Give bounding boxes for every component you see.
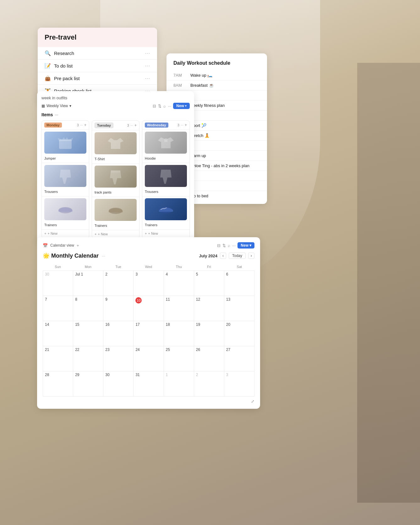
- cal-cell-w3-d3[interactable]: 24: [134, 346, 164, 371]
- calendar-prev-button[interactable]: ‹: [220, 253, 226, 259]
- calendar-card: 📅 Calendar view + ⊟ ⇅ ⌕ ··· New ▾ 🌟 Mont…: [37, 237, 260, 409]
- tuesday-add-plus: +: [95, 232, 96, 236]
- pretravel-item-todolist[interactable]: 📝 To do list ···: [38, 60, 157, 72]
- date-5: 5: [196, 272, 222, 276]
- tuesday-count: 3: [127, 123, 129, 127]
- cal-cell-w2-d0[interactable]: 14: [43, 321, 73, 346]
- cal-cell-w1-d0[interactable]: 7: [43, 296, 73, 321]
- search-icon[interactable]: ⌕: [163, 104, 166, 108]
- cal-cell-w4-d1[interactable]: 29: [73, 371, 103, 396]
- tuesday-add-label: + New: [98, 232, 108, 236]
- date-14: 14: [45, 322, 71, 327]
- prepacklist-icon: 👜: [45, 75, 51, 81]
- monday-add-icon[interactable]: +: [84, 123, 86, 127]
- cal-cell-w4-d0[interactable]: 28: [43, 371, 73, 396]
- prepacklist-dots[interactable]: ···: [145, 76, 150, 81]
- calendar-view-icon: 📅: [43, 243, 48, 248]
- date-30: 30: [105, 373, 131, 377]
- items-dots: ···: [55, 112, 58, 117]
- cal-cell-w0-d2[interactable]: 2: [103, 271, 134, 296]
- date-7: 7: [45, 297, 71, 302]
- outfits-toolbar: ▦ Weekly View ▾ ⊟ ⇅ ⌕ ··· New ▾: [41, 103, 190, 109]
- calendar-view-label[interactable]: Calendar view: [50, 243, 74, 248]
- tuesday-add-btn[interactable]: + + New: [92, 230, 139, 238]
- cal-cell-w0-d4[interactable]: 4: [164, 271, 194, 296]
- wednesday-dots[interactable]: ···: [181, 123, 183, 127]
- cal-cell-w2-d2[interactable]: 16: [103, 321, 134, 346]
- cal-cell-w0-d6[interactable]: 6: [224, 271, 254, 296]
- cal-cell-w2-d4[interactable]: 18: [164, 321, 194, 346]
- cal-cell-w0-d1[interactable]: Jul 1: [73, 271, 103, 296]
- cal-cell-w4-d5[interactable]: 2: [194, 371, 224, 396]
- date-11: 11: [166, 297, 192, 302]
- sort-icon[interactable]: ⇅: [158, 104, 161, 108]
- calendar-add-view-button[interactable]: +: [77, 243, 79, 248]
- cal-cell-w1-d3[interactable]: 10: [134, 296, 164, 321]
- research-icon: 🔍: [45, 50, 51, 56]
- new-button[interactable]: New ▾: [173, 103, 190, 109]
- hoodie-label: Hoodie: [145, 156, 156, 160]
- cal-cell-w1-d6[interactable]: 13: [224, 296, 254, 321]
- tuesday-add-icon[interactable]: +: [134, 123, 137, 128]
- date-9: 9: [105, 297, 131, 302]
- date-19: 19: [196, 322, 222, 327]
- cal-cell-w3-d0[interactable]: 21: [43, 346, 73, 371]
- weekly-view-button[interactable]: ▦ Weekly View ▾: [41, 104, 71, 108]
- cal-cell-w1-d2[interactable]: 9: [103, 296, 134, 321]
- time-7am: 7AM: [173, 73, 185, 78]
- cal-cell-w4-d4[interactable]: 1: [164, 371, 194, 396]
- cal-cell-w3-d4[interactable]: 25: [164, 346, 194, 371]
- cal-sort-icon[interactable]: ⇅: [222, 243, 226, 248]
- trainers-wednesday-label: Trainers: [145, 223, 157, 227]
- wednesday-add-icon[interactable]: +: [185, 123, 187, 127]
- cal-cell-w4-d6[interactable]: 3: [224, 371, 254, 396]
- trousers-wednesday-image: [145, 165, 187, 187]
- trainers-monday-image: [44, 198, 86, 220]
- calendar-new-button[interactable]: New ▾: [237, 242, 254, 249]
- cal-cell-w0-d5[interactable]: 5: [194, 271, 224, 296]
- cal-cell-w4-d3[interactable]: 31: [134, 371, 164, 396]
- trackpants-label: track pants: [95, 190, 112, 194]
- cal-filter-icon[interactable]: ⊟: [217, 243, 221, 248]
- cal-cell-w2-d1[interactable]: 15: [73, 321, 103, 346]
- research-dots[interactable]: ···: [145, 51, 150, 56]
- cal-cell-w2-d3[interactable]: 17: [134, 321, 164, 346]
- pretravel-header: Pre-travel: [38, 28, 157, 47]
- calendar-title-dots[interactable]: ···: [102, 254, 105, 258]
- tuesday-dots[interactable]: ···: [130, 123, 133, 127]
- monday-dots[interactable]: ···: [80, 123, 83, 127]
- activity-4pm: Chloe Ting - abs in 2 weeks plan: [190, 163, 249, 168]
- date-20: 20: [226, 322, 252, 327]
- cal-cell-w3-d1[interactable]: 22: [73, 346, 103, 371]
- date-28: 28: [45, 373, 71, 377]
- wednesday-add-plus: +: [145, 232, 147, 235]
- cal-search-icon[interactable]: ⌕: [228, 243, 230, 248]
- cal-cell-w1-d4[interactable]: 11: [164, 296, 194, 321]
- calendar-today-button[interactable]: Today: [229, 253, 246, 259]
- calendar-expand-icon[interactable]: ⤢: [251, 399, 254, 404]
- cal-more-icon[interactable]: ···: [232, 243, 236, 248]
- cal-cell-w3-d6[interactable]: 27: [224, 346, 254, 371]
- cal-cell-w4-d2[interactable]: 30: [103, 371, 134, 396]
- cal-cell-w3-d2[interactable]: 23: [103, 346, 134, 371]
- calendar-next-button[interactable]: ›: [248, 253, 254, 259]
- cal-cell-w3-d5[interactable]: 26: [194, 346, 224, 371]
- cal-cell-w1-d5[interactable]: 12: [194, 296, 224, 321]
- outfits-card: week in outfits ▦ Weekly View ▾ ⊟ ⇅ ⌕ ··…: [37, 91, 194, 243]
- more-icon[interactable]: ···: [168, 104, 171, 108]
- filter-icon[interactable]: ⊟: [153, 104, 156, 108]
- monday-add-btn[interactable]: + + New: [42, 229, 89, 237]
- date-25: 25: [166, 347, 192, 352]
- cal-cell-w0-d0[interactable]: 30: [43, 271, 73, 296]
- pretravel-item-research[interactable]: 🔍 Research ···: [38, 47, 157, 60]
- pretravel-item-prepacklist[interactable]: 👜 Pre pack list ···: [38, 72, 157, 85]
- wednesday-add-btn[interactable]: + + New: [142, 229, 189, 237]
- date-27: 27: [226, 347, 252, 352]
- cal-cell-w2-d5[interactable]: 19: [194, 321, 224, 346]
- cal-cell-w1-d1[interactable]: 8: [73, 296, 103, 321]
- date-23: 23: [105, 347, 131, 352]
- cal-cell-w2-d6[interactable]: 20: [224, 321, 254, 346]
- cal-cell-w0-d3[interactable]: 3: [134, 271, 164, 296]
- todolist-dots[interactable]: ···: [145, 63, 150, 69]
- date-2: 2: [196, 373, 222, 377]
